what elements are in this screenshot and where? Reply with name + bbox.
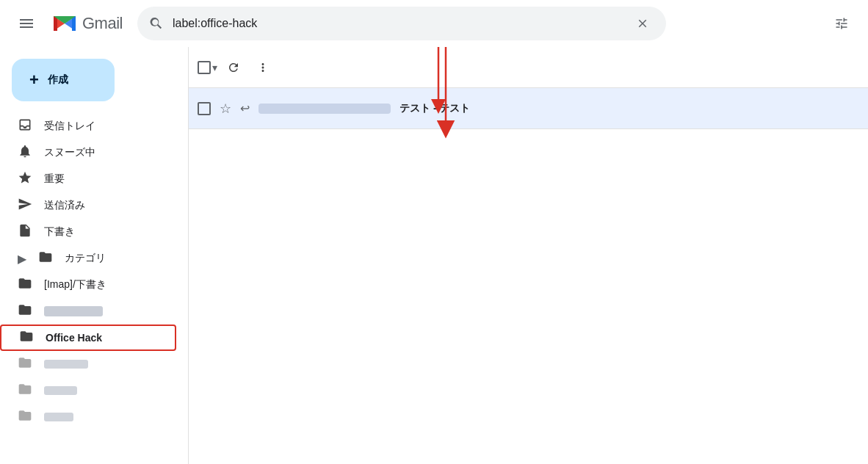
email-sender [258, 104, 391, 114]
reply-icon: ↩ [240, 101, 250, 115]
email-subject: テスト - テスト [399, 102, 859, 115]
sidebar-item-sent[interactable]: 送信済み [0, 192, 176, 219]
inbox-label: 受信トレイ [44, 120, 164, 133]
email-list-area: ▾ ☆ ↩ テスト - テスト [188, 47, 868, 464]
redacted4-icon [18, 408, 32, 427]
sent-label: 送信済み [44, 199, 164, 212]
categories-label: カテゴリ [65, 252, 164, 265]
sidebar-item-redacted1[interactable] [0, 298, 176, 325]
redacted4-label [44, 413, 73, 421]
office-hack-icon [19, 329, 34, 347]
sidebar-item-redacted2[interactable] [0, 351, 176, 377]
sidebar-item-inbox[interactable]: 受信トレイ [0, 113, 176, 139]
email-checkbox[interactable] [198, 102, 211, 115]
svg-rect-1 [20, 23, 33, 24]
email-content-area [189, 129, 868, 464]
sidebar-item-redacted3[interactable] [0, 377, 176, 404]
more-vert-icon [256, 61, 270, 74]
hamburger-button[interactable] [12, 9, 41, 38]
main-content: + 作成 受信トレイ スヌーズ中 重要 送信済み [0, 47, 868, 464]
sidebar-item-snoozed[interactable]: スヌーズ中 [0, 139, 176, 166]
categories-chevron-icon: ▶ [18, 252, 26, 266]
email-row[interactable]: ☆ ↩ テスト - テスト [189, 88, 868, 129]
search-icon [149, 16, 164, 31]
sidebar: + 作成 受信トレイ スヌーズ中 重要 送信済み [0, 47, 188, 464]
redacted1-label [44, 306, 103, 316]
sidebar-item-redacted4[interactable] [0, 404, 176, 430]
important-label: 重要 [44, 173, 164, 186]
select-all-wrapper[interactable]: ▾ [198, 61, 217, 74]
inbox-icon [18, 117, 32, 136]
drafts-label: 下書き [44, 225, 164, 239]
select-all-checkbox[interactable] [198, 61, 211, 74]
categories-icon [38, 250, 53, 268]
refresh-button[interactable] [220, 54, 247, 81]
refresh-icon [227, 61, 240, 74]
imap-drafts-label: [Imap]/下書き [44, 278, 164, 291]
sent-icon [18, 197, 32, 215]
drafts-icon [18, 223, 32, 242]
tune-icon [834, 16, 849, 31]
important-icon [18, 170, 32, 189]
compose-button[interactable]: + 作成 [12, 59, 115, 101]
sidebar-item-drafts[interactable]: 下書き [0, 219, 176, 245]
redacted2-label [44, 360, 88, 369]
redacted2-icon [18, 355, 32, 374]
svg-rect-3 [54, 16, 57, 31]
sidebar-item-categories[interactable]: ▶ カテゴリ [0, 245, 176, 272]
search-clear-button[interactable] [631, 12, 654, 35]
gmail-text: Gmail [82, 14, 123, 33]
compose-label: 作成 [48, 73, 68, 87]
search-bar[interactable]: label:office-hack [137, 7, 666, 40]
sidebar-item-office-hack[interactable]: Office Hack [0, 325, 176, 351]
svg-rect-0 [20, 19, 33, 21]
more-options-button[interactable] [250, 54, 276, 81]
sidebar-item-imap-drafts[interactable]: [Imap]/下書き [0, 272, 176, 298]
redacted3-label [44, 386, 77, 395]
snoozed-icon [18, 144, 32, 162]
svg-rect-4 [72, 16, 76, 31]
sidebar-item-important[interactable]: 重要 [0, 166, 176, 192]
imap-drafts-icon [18, 276, 32, 294]
search-options-button[interactable] [827, 9, 856, 38]
header: Gmail label:office-hack [0, 0, 868, 47]
menu-icon [20, 17, 33, 30]
email-toolbar: ▾ [189, 47, 868, 88]
redacted1-icon [18, 302, 32, 321]
compose-plus-icon: + [29, 70, 39, 90]
search-query-text[interactable]: label:office-hack [173, 17, 622, 30]
svg-rect-2 [20, 26, 33, 28]
clear-icon [636, 17, 649, 30]
office-hack-label: Office Hack [46, 332, 163, 344]
snoozed-label: スヌーズ中 [44, 146, 164, 159]
gmail-m-icon [50, 9, 79, 38]
star-icon[interactable]: ☆ [220, 101, 231, 117]
redacted3-icon [18, 382, 32, 400]
gmail-logo: Gmail [50, 9, 123, 38]
select-all-chevron[interactable]: ▾ [212, 62, 217, 73]
